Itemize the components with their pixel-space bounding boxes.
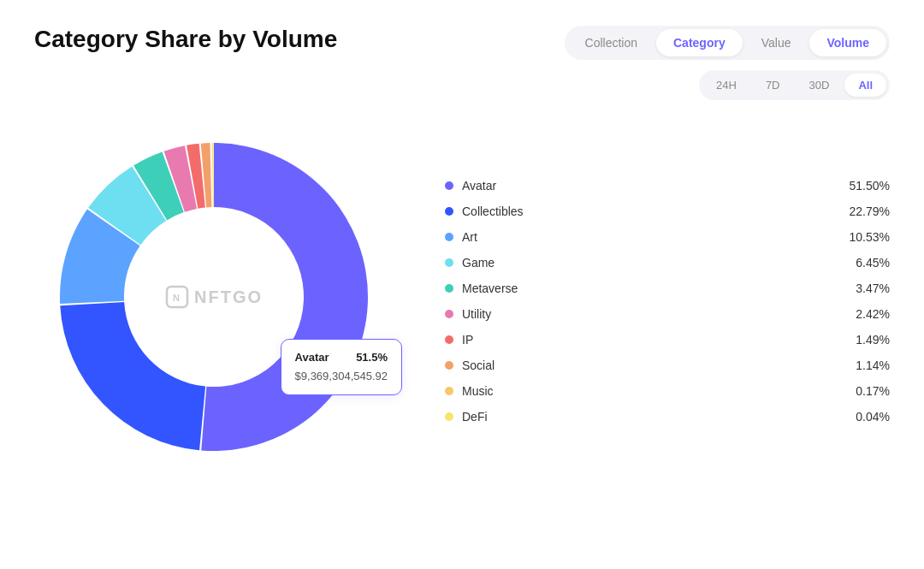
legend-left: DeFi (445, 410, 488, 424)
legend-pct: 10.53% (850, 230, 890, 244)
legend-item: Art 10.53% (445, 230, 890, 244)
legend-dot (445, 181, 453, 190)
legend-item: Music 0.17% (445, 384, 890, 398)
chart-logo: N NFTGO (165, 285, 263, 309)
tooltip-box: Avatar 51.5% $9,369,304,545.92 (281, 339, 402, 395)
toggle-category[interactable]: Category (656, 29, 743, 56)
toggle-value[interactable]: Value (744, 29, 808, 56)
legend-left: Music (445, 384, 494, 398)
legend-pct: 0.04% (856, 410, 890, 424)
legend-dot (445, 387, 453, 395)
page-title: Category Share by Volume (34, 26, 337, 53)
time-all[interactable]: All (844, 74, 886, 97)
legend-item: Collectibles 22.79% (445, 204, 890, 218)
legend-dot (445, 361, 453, 370)
legend-pct: 51.50% (850, 179, 890, 193)
legend-item: DeFi 0.04% (445, 410, 890, 424)
segment-defi[interactable] (212, 143, 214, 207)
legend-label: Metaverse (462, 282, 518, 295)
legend-pct: 1.49% (856, 333, 890, 347)
legend-dot (445, 258, 453, 267)
donut-chart-wrapper: N NFTGO Avatar 51.5% $9,369,304,545.92 (34, 117, 394, 477)
legend-pct: 22.79% (850, 204, 890, 218)
legend-item: Game 6.45% (445, 256, 890, 270)
legend-label: Art (462, 230, 477, 244)
legend-label: Avatar (462, 179, 496, 193)
logo-text: NFTGO (194, 287, 263, 307)
time-toggle-group: 24H 7D 30D All (699, 70, 890, 100)
legend-label: Game (462, 256, 495, 270)
legend-label: IP (462, 333, 473, 347)
legend-pct: 2.42% (856, 307, 890, 321)
type-toggle-group: Collection Category Value Volume (565, 26, 890, 60)
toggle-volume[interactable]: Volume (809, 29, 886, 56)
legend-left: Social (445, 359, 495, 372)
legend-dot (445, 412, 453, 421)
tooltip-top: Avatar 51.5% (295, 348, 388, 367)
legend-left: Collectibles (445, 204, 524, 218)
legend-dot (445, 207, 453, 216)
toggle-collection[interactable]: Collection (568, 29, 654, 56)
tooltip-value: $9,369,304,545.92 (295, 367, 388, 386)
tooltip-pct: 51.5% (356, 348, 388, 367)
legend-left: Avatar (445, 179, 496, 193)
legend-pct: 3.47% (856, 282, 890, 295)
legend-pct: 0.17% (856, 384, 890, 398)
legend-item: Metaverse 3.47% (445, 282, 890, 295)
legend-item: IP 1.49% (445, 333, 890, 347)
main-content: N NFTGO Avatar 51.5% $9,369,304,545.92 A… (34, 117, 890, 477)
legend-dot (445, 233, 453, 241)
legend-left: Metaverse (445, 282, 518, 295)
time-24h[interactable]: 24H (702, 74, 750, 97)
filter-area: Collection Category Value Volume 24H 7D … (565, 26, 890, 100)
legend-label: Utility (462, 307, 491, 321)
legend: Avatar 51.50% Collectibles 22.79% Art 10… (445, 170, 890, 424)
legend-label: Social (462, 359, 495, 372)
legend-dot (445, 335, 453, 344)
legend-left: Utility (445, 307, 491, 321)
legend-label: DeFi (462, 410, 488, 424)
nftgo-icon: N (165, 285, 189, 309)
legend-label: Collectibles (462, 204, 524, 218)
legend-left: Art (445, 230, 477, 244)
legend-dot (445, 310, 453, 318)
legend-pct: 1.14% (856, 359, 890, 372)
legend-item: Social 1.14% (445, 359, 890, 372)
svg-text:N: N (173, 293, 181, 303)
legend-item: Avatar 51.50% (445, 179, 890, 193)
time-30d[interactable]: 30D (796, 74, 844, 97)
legend-left: IP (445, 333, 473, 347)
legend-label: Music (462, 384, 494, 398)
legend-item: Utility 2.42% (445, 307, 890, 321)
segment-collectibles[interactable] (60, 302, 205, 450)
header-row: Category Share by Volume Collection Cate… (34, 26, 890, 100)
legend-left: Game (445, 256, 495, 270)
legend-dot (445, 284, 453, 293)
tooltip-label: Avatar (295, 348, 329, 367)
time-7d[interactable]: 7D (752, 74, 794, 97)
legend-pct: 6.45% (856, 256, 890, 270)
